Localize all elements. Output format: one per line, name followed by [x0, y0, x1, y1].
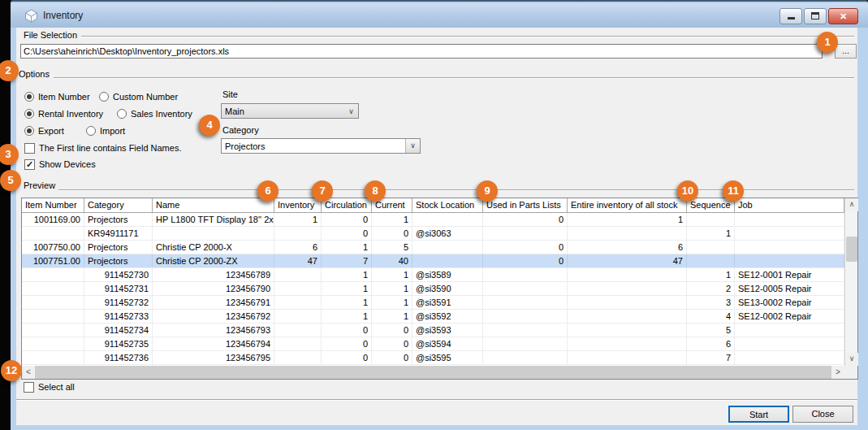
table-cell: HP L1800 TFT Display 18'' 2x [153, 213, 274, 226]
table-cell: 5 [687, 324, 735, 337]
table-cell: @si3594 [412, 337, 483, 350]
table-cell: 911452735 [84, 337, 153, 350]
table-cell [412, 213, 483, 226]
table-row[interactable]: 91145273512345679400@si35946 [22, 337, 857, 351]
close-button[interactable]: ✕ [828, 8, 858, 24]
column-header-0[interactable]: Item Number [22, 198, 84, 212]
table-cell [22, 268, 84, 281]
horizontal-scrollbar[interactable]: < > [22, 366, 844, 379]
table-cell: 0 [483, 254, 568, 267]
minimize-button[interactable] [779, 8, 802, 24]
table-row[interactable]: 91145273012345678911@si35891SE12-0001 Re… [22, 268, 857, 282]
table-cell: 1 [687, 227, 735, 240]
callout-badge-4: 4 [199, 115, 220, 136]
vertical-scroll-thumb[interactable] [846, 237, 857, 262]
column-header-6[interactable]: Stock Location [412, 198, 483, 212]
column-header-2[interactable]: Name [153, 198, 274, 212]
table-cell [274, 310, 322, 323]
table-cell [483, 296, 568, 309]
checkbox-first-line-field-names[interactable]: The First line contains Field Names. [24, 142, 181, 154]
table-cell: 123456790 [153, 282, 274, 295]
table-row[interactable]: 91145273412345679300@si35935 [22, 324, 857, 337]
table-cell: 1 [322, 282, 372, 295]
column-header-10[interactable]: Job [735, 198, 844, 212]
table-cell: 0 [322, 351, 372, 364]
category-label: Category [222, 125, 259, 135]
table-cell: 6 [687, 337, 735, 350]
category-dropdown[interactable]: Projectors ∨ [221, 138, 421, 154]
callout-badge-6: 6 [257, 180, 279, 202]
scrollbar-corner [844, 366, 857, 379]
checkbox-show-devices[interactable]: ✓Show Devices [24, 159, 96, 170]
dialog-client-area: File Selection ... Options Item Number C… [16, 28, 857, 425]
table-cell [22, 227, 84, 240]
title-bar[interactable]: Inventory ✕ [11, 3, 868, 28]
callout-badge-9: 9 [477, 180, 498, 202]
radio-icon [24, 109, 34, 119]
table-cell: 0 [372, 227, 412, 240]
column-header-8[interactable]: Entire inventory of all stock [568, 198, 687, 212]
table-row[interactable]: 91145273312345679211@si35924SE12-0002 Re… [22, 310, 857, 324]
table-cell [22, 324, 84, 337]
scroll-left-icon[interactable]: < [22, 366, 35, 379]
radio-icon [86, 126, 96, 136]
column-header-7[interactable]: Used in Parts Lists [483, 198, 568, 212]
table-cell: SE12-0001 Repair [735, 268, 844, 281]
radio-custom-number[interactable]: Custom Number [99, 91, 178, 102]
table-cell: 1 [322, 296, 372, 309]
maximize-button[interactable] [804, 8, 827, 24]
table-cell: @si3593 [412, 324, 483, 337]
window-title: Inventory [43, 10, 83, 21]
vertical-scrollbar[interactable]: ∧ ∨ [844, 198, 857, 366]
radio-import[interactable]: Import [86, 125, 125, 137]
table-row[interactable]: 1007751.00ProjectorsChristie CP 2000-ZX4… [22, 254, 857, 268]
callout-badge-7: 7 [312, 180, 333, 202]
radio-item-number[interactable]: Item Number [24, 91, 90, 102]
table-cell: Projectors [84, 254, 153, 267]
start-button[interactable]: Start [728, 406, 789, 423]
file-path-input[interactable] [20, 44, 823, 59]
options-group-line [54, 77, 854, 79]
table-row[interactable]: KR9491117100@si30631 [22, 227, 857, 241]
table-cell: 911452730 [84, 268, 153, 281]
table-row[interactable]: 91145273212345679111@si35913SE13-0002 Re… [22, 296, 857, 310]
radio-export[interactable]: Export [24, 125, 64, 137]
column-header-3[interactable]: Inventory [274, 198, 322, 212]
table-cell: 1 [274, 213, 322, 226]
table-cell: 1 [372, 268, 412, 281]
table-cell: 1001169.00 [22, 213, 84, 226]
column-header-1[interactable]: Category [84, 198, 153, 212]
table-cell: @si3592 [412, 310, 483, 323]
radio-rental-inventory[interactable]: Rental Inventory [24, 108, 103, 119]
scroll-down-icon[interactable]: ∨ [845, 353, 858, 366]
close-dialog-button[interactable]: Close [792, 406, 853, 423]
site-label: Site [222, 89, 238, 99]
select-all-checkbox[interactable]: Select all [24, 381, 75, 393]
scroll-right-icon[interactable]: > [831, 366, 844, 379]
table-row[interactable]: 91145273612345679500@si35957 [22, 351, 857, 365]
table-cell: Christie CP 2000-X [153, 241, 274, 254]
table-row[interactable]: 91145273112345679011@si35902SE12-0005 Re… [22, 282, 857, 296]
table-cell [274, 324, 322, 337]
table-cell [568, 296, 687, 309]
table-cell: 6 [568, 241, 687, 254]
table-cell [22, 337, 84, 350]
browse-button[interactable]: ... [835, 44, 857, 59]
site-dropdown-value: Main [222, 106, 344, 116]
table-row[interactable]: 1001169.00ProjectorsHP L1800 TFT Display… [22, 213, 857, 227]
table-cell: 123456793 [153, 324, 274, 337]
radio-sales-inventory[interactable]: Sales Inventory [117, 108, 192, 119]
table-cell: @si3590 [412, 282, 483, 295]
scroll-up-icon[interactable]: ∧ [845, 198, 858, 211]
table-cell [483, 227, 568, 240]
site-dropdown[interactable]: Main ∨ [221, 103, 359, 119]
close-icon: ✕ [840, 11, 847, 21]
table-cell: 123456792 [153, 310, 274, 323]
table-cell: 47 [568, 254, 687, 267]
table-cell [153, 227, 274, 240]
column-header-4[interactable]: Circulation [322, 198, 372, 212]
table-row[interactable]: 1007750.00ProjectorsChristie CP 2000-X61… [22, 241, 857, 254]
radio-icon [24, 126, 34, 136]
table-cell [483, 351, 568, 364]
table-cell: 123456795 [153, 351, 274, 364]
